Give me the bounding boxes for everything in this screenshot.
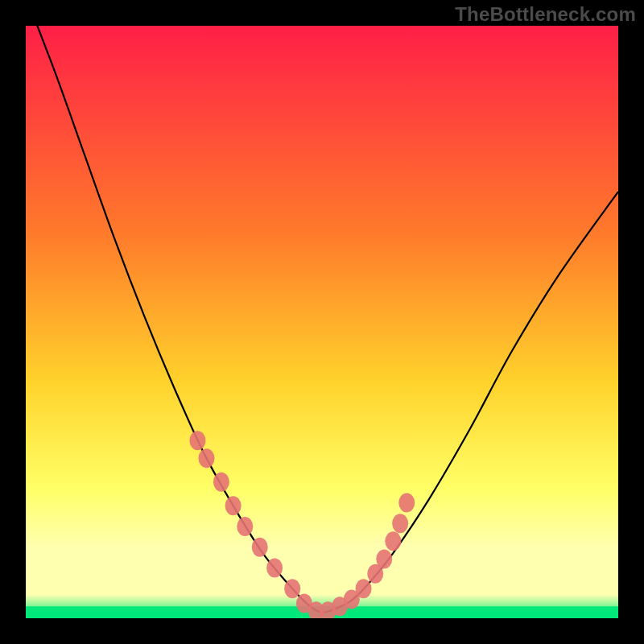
marker-point bbox=[398, 493, 415, 512]
chart-frame: TheBottleneck.com bbox=[0, 0, 644, 644]
marker-point bbox=[392, 514, 408, 533]
plot-area bbox=[26, 26, 618, 618]
marker-point bbox=[198, 448, 214, 468]
marker-point bbox=[266, 558, 283, 577]
watermark-text: TheBottleneck.com bbox=[455, 3, 636, 26]
marker-point bbox=[225, 496, 242, 515]
marker-point bbox=[356, 579, 372, 598]
chart-svg bbox=[26, 26, 618, 618]
marker-point bbox=[189, 431, 205, 450]
marker-point bbox=[213, 473, 229, 492]
marker-point bbox=[237, 517, 253, 536]
marker-point bbox=[376, 549, 392, 568]
marker-point bbox=[385, 531, 401, 551]
marker-point bbox=[284, 579, 300, 598]
marker-point bbox=[252, 538, 268, 557]
